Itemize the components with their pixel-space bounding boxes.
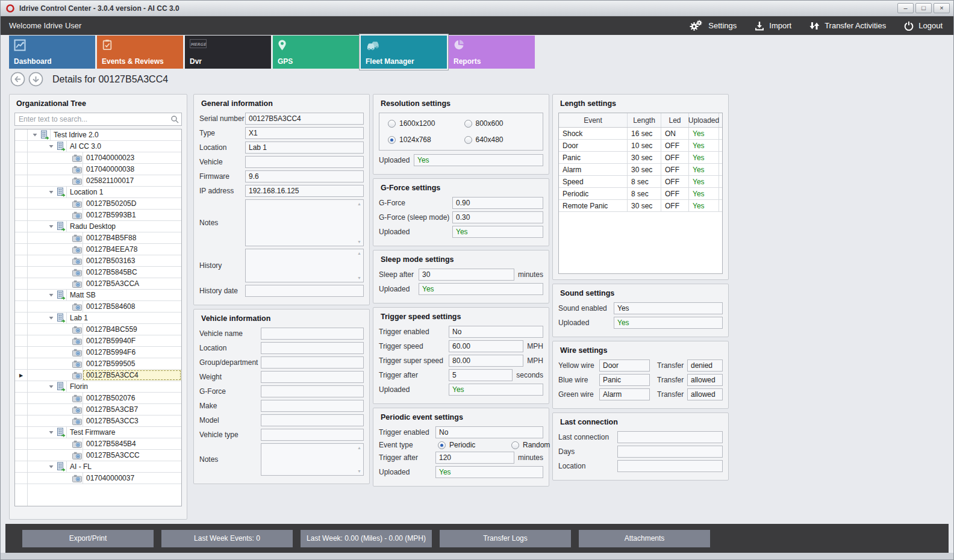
tree-item[interactable]: 00127B5845B4 (15, 438, 181, 450)
tree-item[interactable]: 00127B5845BC (15, 267, 181, 278)
transfer-input[interactable]: denied (687, 359, 723, 372)
tree-item[interactable]: AI - FL (15, 461, 181, 473)
table-row[interactable]: Shock16 secONYes (559, 128, 722, 140)
attachments-button[interactable]: Attachments (579, 530, 710, 547)
uploaded-input[interactable]: Yes (414, 154, 543, 166)
weight-input[interactable] (261, 371, 364, 383)
notes-textarea[interactable]: ▲▼ (245, 199, 364, 246)
tab-dvr[interactable]: MERGEDvr (185, 36, 271, 69)
uploaded-input[interactable]: Yes (419, 283, 543, 295)
export-print-button[interactable]: Export/Print (22, 530, 154, 547)
type-input[interactable]: X1 (245, 127, 364, 139)
transfer-input[interactable]: allowed (687, 388, 723, 400)
history-date-input[interactable] (245, 285, 364, 297)
table-row[interactable]: Door10 secOFFYes (559, 140, 722, 152)
firmware-input[interactable]: 9.6 (245, 170, 364, 182)
back-button[interactable] (10, 72, 25, 87)
minimize-button[interactable]: – (897, 3, 914, 13)
table-row[interactable]: Panic30 secOFFYes (559, 152, 722, 164)
last-week-button[interactable]: Last Week: 0.00 (Miles) - 0.00 (MPH) (301, 530, 432, 547)
last-week-events-button[interactable]: Last Week Events: 0 (161, 530, 293, 547)
tree-item[interactable]: 00127B4B5F88 (15, 232, 181, 244)
vehicle-input[interactable] (245, 156, 364, 168)
tree-item[interactable]: 025821100017 (15, 175, 181, 187)
logout-button[interactable]: Logout (904, 21, 943, 31)
radio-800x600[interactable]: 800x600 (464, 119, 541, 128)
scroll-down-icon[interactable]: ▼ (357, 469, 361, 473)
tree-item[interactable]: 00127B59940F (15, 335, 181, 347)
tree-item[interactable]: Radu Desktop (15, 221, 181, 232)
tree-item[interactable]: 00127B5994F6 (15, 347, 181, 358)
tree-item[interactable]: 017040000037 (15, 473, 181, 484)
serial-number-input[interactable]: 00127B5A3CC4 (245, 113, 364, 125)
tree-item[interactable]: Test Idrive 2.0 (15, 129, 181, 141)
tree-item[interactable]: Matt SB (15, 290, 181, 301)
tree-item[interactable]: 017040000023 (15, 152, 181, 164)
tab-reports[interactable]: Reports (449, 36, 535, 69)
expand-arrow-icon[interactable] (47, 189, 55, 195)
tree-item[interactable]: 00127B5A3CC3 (15, 415, 181, 427)
tree-item[interactable]: Florin (15, 381, 181, 393)
trigger-speed-input[interactable]: 60.00 (449, 340, 523, 352)
tree-item[interactable]: 00127B50205D (15, 198, 181, 210)
tree-item[interactable]: Location 1 (15, 187, 181, 198)
trigger-after-input[interactable]: 120 (435, 452, 514, 464)
table-row[interactable]: Speed8 secOFFYes (559, 176, 722, 188)
tree-item[interactable]: ▶00127B5A3CC4 (15, 370, 181, 381)
location-input[interactable] (261, 342, 364, 354)
tree-item[interactable]: Lab 1 (15, 313, 181, 324)
uploaded-input[interactable]: Yes (452, 226, 543, 238)
trigger-super-speed-input[interactable]: 80.00 (449, 355, 523, 367)
scroll-up-icon[interactable]: ▲ (357, 202, 361, 206)
g-force-input[interactable]: 0.90 (452, 197, 543, 209)
location-input[interactable]: Lab 1 (245, 142, 364, 154)
expand-arrow-icon[interactable] (47, 143, 55, 149)
tab-fleet-manager[interactable]: Fleet Manager (361, 36, 447, 69)
expand-arrow-icon[interactable] (47, 384, 55, 390)
expand-arrow-icon[interactable] (47, 315, 55, 321)
tab-events-reviews[interactable]: Events & Reviews (97, 36, 183, 69)
radio-periodic[interactable]: Periodic (438, 441, 511, 449)
scroll-down-icon[interactable]: ▼ (357, 276, 361, 280)
table-row[interactable]: Periodic8 secOFFYes (559, 188, 722, 200)
tree-item[interactable]: 00127B4BC559 (15, 324, 181, 335)
tree-item[interactable]: 00127B5A3CCA (15, 278, 181, 290)
expand-arrow-icon[interactable] (47, 429, 55, 435)
green-wire-input[interactable]: Alarm (599, 388, 650, 400)
trigger-enabled-input[interactable]: No (449, 326, 543, 338)
expand-arrow-icon[interactable] (47, 223, 55, 229)
radio-640x480[interactable]: 640x480 (464, 135, 541, 144)
column-header[interactable]: Event (559, 113, 628, 127)
scroll-up-icon[interactable]: ▲ (357, 446, 361, 450)
transfer-input[interactable]: allowed (687, 374, 723, 386)
scroll-up-icon[interactable]: ▲ (357, 251, 361, 255)
column-header[interactable]: Led (661, 113, 689, 127)
g-force-sleep-mode-input[interactable]: 0.30 (452, 211, 543, 223)
group-department-input[interactable] (261, 356, 364, 369)
sound-enabled-input[interactable]: Yes (614, 302, 723, 314)
tree-item[interactable]: 017040000038 (15, 164, 181, 175)
model-input[interactable] (261, 414, 364, 426)
tree-item[interactable]: 00127B4EEA78 (15, 244, 181, 255)
vehicle-name-input[interactable] (261, 328, 364, 340)
maximize-button[interactable]: □ (915, 3, 932, 13)
import-button[interactable]: Import (755, 21, 791, 31)
trigger-enabled-input[interactable]: No (435, 426, 543, 438)
expand-arrow-icon[interactable] (47, 292, 55, 298)
tab-dashboard[interactable]: Dashboard (9, 36, 95, 69)
close-button[interactable]: × (934, 3, 950, 13)
expand-arrow-icon[interactable] (47, 464, 55, 470)
tree-item[interactable]: 00127B599505 (15, 358, 181, 370)
yellow-wire-input[interactable]: Door (599, 359, 650, 372)
tree-item[interactable]: AI CC 3.0 (15, 141, 181, 152)
tab-gps[interactable]: GPS (273, 36, 359, 69)
radio-1024x768[interactable]: 1024x768 (388, 135, 464, 144)
search-icon[interactable] (170, 115, 179, 126)
tree-item[interactable]: Test Firmware (15, 427, 181, 438)
column-header[interactable]: Uploaded (689, 113, 719, 127)
transfer-activities-button[interactable]: Transfer Activities (809, 21, 886, 31)
uploaded-input[interactable]: Yes (614, 317, 723, 329)
tree-item[interactable]: 00127B5A3CCC (15, 450, 181, 461)
tree-item[interactable]: 00127B502076 (15, 393, 181, 404)
trigger-after-input[interactable]: 5 (449, 369, 513, 381)
